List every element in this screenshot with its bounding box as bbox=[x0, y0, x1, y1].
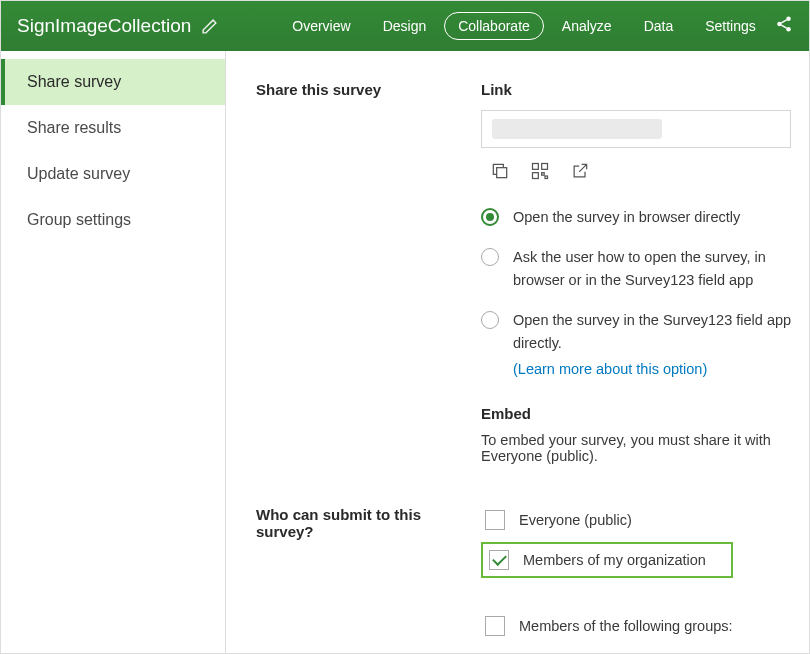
nav-overview[interactable]: Overview bbox=[278, 12, 364, 40]
open-mode-radio-group: Open the survey in browser directly Ask … bbox=[481, 206, 809, 381]
radio-open-browser-label: Open the survey in browser directly bbox=[513, 206, 740, 228]
embed-label: Embed bbox=[481, 405, 809, 422]
sidebar-item-group-settings[interactable]: Group settings bbox=[1, 197, 225, 243]
radio-ask-user[interactable] bbox=[481, 248, 499, 266]
svg-point-0 bbox=[786, 17, 791, 22]
svg-point-2 bbox=[786, 27, 791, 32]
nav-collaborate[interactable]: Collaborate bbox=[444, 12, 544, 40]
link-label: Link bbox=[481, 81, 809, 98]
sidebar-item-share-results[interactable]: Share results bbox=[1, 105, 225, 151]
svg-rect-4 bbox=[533, 164, 539, 170]
svg-rect-6 bbox=[533, 173, 539, 179]
survey-title: SignImageCollection bbox=[17, 15, 191, 37]
sidebar: Share survey Share results Update survey… bbox=[1, 51, 226, 653]
nav-design[interactable]: Design bbox=[369, 12, 441, 40]
nav-data[interactable]: Data bbox=[630, 12, 688, 40]
link-input[interactable] bbox=[481, 110, 791, 148]
radio-open-browser[interactable] bbox=[481, 208, 499, 226]
embed-text: To embed your survey, you must share it … bbox=[481, 432, 809, 464]
copy-icon[interactable] bbox=[489, 160, 511, 182]
share-survey-label: Share this survey bbox=[256, 81, 481, 98]
nav-analyze[interactable]: Analyze bbox=[548, 12, 626, 40]
main-nav: Overview Design Collaborate Analyze Data… bbox=[278, 12, 770, 40]
submit-checkbox-group: Everyone (public) Members of my organiza… bbox=[481, 506, 809, 648]
link-value-placeholder bbox=[492, 119, 662, 139]
svg-rect-7 bbox=[542, 173, 545, 176]
main-panel: Share this survey Link bbox=[226, 51, 809, 653]
radio-open-fieldapp-label: Open the survey in the Survey123 field a… bbox=[513, 309, 809, 380]
edit-icon[interactable] bbox=[201, 18, 218, 35]
checkbox-groups-label: Members of the following groups: bbox=[519, 618, 733, 634]
radio-ask-user-label: Ask the user how to open the survey, in … bbox=[513, 246, 809, 291]
svg-point-1 bbox=[777, 22, 782, 27]
learn-more-link[interactable]: (Learn more about this option) bbox=[513, 358, 707, 380]
app-header: SignImageCollection Overview Design Coll… bbox=[1, 1, 809, 51]
sidebar-item-update-survey[interactable]: Update survey bbox=[1, 151, 225, 197]
nav-settings[interactable]: Settings bbox=[691, 12, 770, 40]
sidebar-item-share-survey[interactable]: Share survey bbox=[1, 59, 225, 105]
radio-open-fieldapp[interactable] bbox=[481, 311, 499, 329]
highlighted-org-option: Members of my organization bbox=[481, 542, 733, 578]
svg-rect-8 bbox=[545, 176, 548, 179]
qrcode-icon[interactable] bbox=[529, 160, 551, 182]
checkbox-org-members[interactable] bbox=[489, 550, 509, 570]
open-external-icon[interactable] bbox=[569, 160, 591, 182]
checkbox-org-members-label: Members of my organization bbox=[523, 552, 706, 568]
share-icon[interactable] bbox=[775, 15, 793, 37]
svg-rect-3 bbox=[497, 168, 507, 178]
checkbox-everyone-label: Everyone (public) bbox=[519, 512, 632, 528]
checkbox-groups[interactable] bbox=[485, 616, 505, 636]
checkbox-everyone[interactable] bbox=[485, 510, 505, 530]
svg-rect-5 bbox=[542, 164, 548, 170]
who-submit-label: Who can submit to this survey? bbox=[256, 506, 481, 540]
